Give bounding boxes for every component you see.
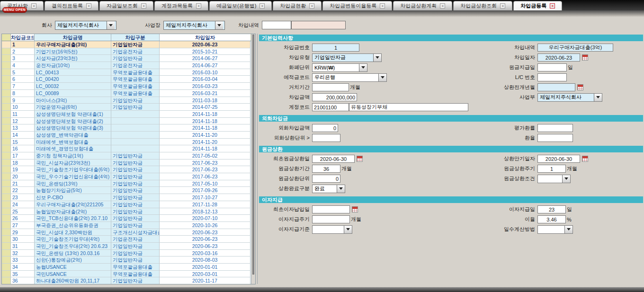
table-row[interactable]: 19국민_기술창조기업우대대출(6억)기업일반자금2017-06-23 (2, 166, 251, 173)
table-row[interactable]: 31국민_기술창조우대(2억) 20.6.23기업일반자금2020-06-23 (2, 243, 251, 250)
tab-item[interactable]: 예금일보(은행별)× (209, 1, 272, 10)
close-icon[interactable]: × (550, 3, 555, 9)
calendar-icon[interactable] (577, 84, 583, 90)
row-selector[interactable] (2, 194, 11, 201)
table-row[interactable]: 16미래에셋_경영인보험대출2014-11-18 (2, 145, 251, 152)
table-row[interactable]: 14삼성생명_변액약관대출2014-11-20 (2, 132, 251, 139)
loan-date-input[interactable] (537, 53, 580, 62)
interest-cycle-input[interactable] (312, 215, 350, 223)
table-row[interactable]: 33신한(-)통장예금(2억)기업일반자금2020-08-03 (2, 257, 251, 264)
loan-no-input[interactable] (312, 44, 359, 52)
tab-item[interactable]: 차입금상환조회× (453, 1, 512, 10)
row-selector[interactable] (2, 90, 11, 97)
row-selector[interactable] (2, 104, 11, 111)
table-row[interactable]: 1우리구매자금대출(3억)기업일반자금2020-06-23 (2, 41, 251, 48)
table-row[interactable]: 11삼성생명단체보험 약관대출(1)2014-11-18 (2, 111, 251, 118)
row-selector[interactable] (2, 83, 11, 90)
column-header-name[interactable]: 차입금명 (35, 34, 111, 41)
tab-item[interactable]: 차입금현황× (273, 1, 322, 10)
lc-no-input[interactable] (537, 73, 567, 81)
row-selector[interactable] (2, 187, 11, 194)
row-selector[interactable] (2, 229, 11, 236)
table-row[interactable]: 22농협장기차입금(5억)기업일반자금2017-09-26 (2, 187, 251, 194)
column-header-code[interactable]: 차입금코드 (11, 34, 35, 41)
row-selector[interactable] (2, 145, 11, 152)
close-icon[interactable]: × (309, 3, 314, 9)
table-row[interactable]: 21국민_온랜딩(13억)기업일반자금2017-05-10 (2, 180, 251, 187)
loan-amount-input[interactable] (312, 93, 357, 101)
loan-desc-name-input[interactable] (291, 21, 346, 29)
loan-desc-code-input[interactable] (262, 21, 291, 29)
close-icon[interactable]: × (86, 3, 91, 9)
chevron-down-icon[interactable] (359, 64, 367, 71)
row-selector[interactable] (2, 111, 11, 118)
close-icon[interactable]: × (500, 3, 505, 9)
table-row[interactable]: 8LC_00089무역포괄금융대출2016-03-21 (2, 90, 251, 97)
table-scrollbar[interactable] (251, 34, 255, 284)
table-row[interactable]: 29국민_시설대 2,330백만원구조개선시설자금대출2020-06-23 (2, 229, 251, 236)
table-row[interactable]: 15미래에셋_변액보험대출2014-11-20 (2, 139, 251, 146)
fx-repay-unit-input[interactable] (312, 134, 340, 142)
column-header-type[interactable]: 차입구분 (111, 34, 160, 41)
row-selector[interactable] (2, 152, 11, 159)
chevron-down-icon[interactable] (215, 21, 223, 29)
chevron-down-icon[interactable] (344, 226, 352, 233)
row-selector[interactable] (2, 69, 11, 76)
table-row[interactable]: 27부국증권_선순위유동화증권기업일반자금2020-10-26 (2, 222, 251, 229)
principal-pay-day-input[interactable] (537, 63, 567, 71)
row-selector[interactable] (2, 139, 11, 146)
row-selector[interactable] (2, 124, 11, 132)
menu-open-button[interactable]: MENU OPEN (2, 7, 27, 13)
chevron-down-icon[interactable] (378, 74, 386, 81)
exchange-rate-input[interactable] (537, 134, 573, 142)
chevron-down-icon[interactable] (564, 226, 572, 233)
row-selector[interactable] (2, 97, 11, 104)
table-row[interactable]: 6LC_00420무역포괄금융대출2016-03-04 (2, 76, 251, 83)
interest-day-input[interactable] (537, 205, 566, 213)
row-selector[interactable] (2, 277, 11, 284)
row-selector[interactable] (2, 118, 11, 125)
table-row[interactable]: 10기업운영자금(6억)기업일반자금2014-07-25 (2, 104, 251, 111)
loan-desc-input[interactable] (537, 44, 613, 52)
repay-period-input[interactable] (312, 165, 340, 173)
interest-basis-select[interactable] (312, 225, 352, 234)
calendar-icon[interactable] (582, 54, 588, 61)
table-row[interactable]: 32국민_온랜딩 (13억) 20.03.16기업일반자금2020-03-16 (2, 250, 251, 257)
table-row[interactable]: 25농협일반자금대출(2억)기업일반자금2018-12-13 (2, 208, 251, 215)
site-select[interactable]: 제일저지주식회사 (163, 21, 225, 30)
row-selector[interactable] (2, 48, 11, 55)
table-row[interactable]: 3시설자금(23억3천)기업일반자금2014-06-27 (2, 55, 251, 62)
table-row[interactable]: 36하나대출260백만원 20,11,17기업일반자금2020-11-17 (2, 277, 251, 284)
row-selector[interactable] (2, 271, 11, 278)
repay-start-ym-input[interactable] (537, 83, 575, 91)
deposit-code-select[interactable]: 우리은행 (312, 73, 387, 82)
maturity-date-input[interactable] (537, 155, 580, 163)
close-icon[interactable]: × (440, 3, 445, 9)
table-row[interactable]: 24우리구매자금대출(2억)221205기업일반자금2017-11-28 (2, 201, 251, 208)
repay-done-select[interactable]: 완료 (312, 185, 345, 193)
table-row[interactable]: 34농협USANCE무역포괄금융대출2020-01-01 (2, 264, 251, 271)
first-interest-date-input[interactable] (312, 205, 350, 213)
eval-rate-input[interactable] (537, 124, 573, 132)
tab-item[interactable]: 차입금상환계획× (393, 1, 452, 10)
row-selector[interactable] (2, 41, 11, 48)
row-selector[interactable] (2, 236, 11, 243)
division-select[interactable]: 제일저지주식회사 (537, 93, 602, 102)
row-selector[interactable] (2, 208, 11, 215)
table-row[interactable]: 20국민_우수기술기업신용대출(4억)기업일반자금2017-06-23 (2, 173, 251, 180)
table-row[interactable]: 35국민USANCE무역포괄금융대출2020-03-01 (2, 271, 251, 278)
row-selector[interactable] (2, 76, 11, 83)
chevron-down-icon[interactable] (337, 185, 345, 193)
table-row[interactable]: 9마이너스(3억)기업일반자금2011-03-18 (2, 97, 251, 104)
tab-item[interactable]: 계정과목등록× (154, 1, 208, 10)
interest-rate-input[interactable] (537, 215, 566, 223)
row-selector[interactable] (2, 180, 11, 187)
table-row[interactable]: 30국민_기술창조기업우대(4억)기업운전자금2020-06-23 (2, 236, 251, 243)
table-row[interactable]: 18국민_시설자금(23억3천)기업일반자금2017-06-23 (2, 159, 251, 167)
repay-unit-input[interactable] (312, 175, 340, 183)
row-selector[interactable] (2, 159, 11, 167)
tab-item[interactable]: 결의전표등록× (45, 1, 98, 10)
close-icon[interactable]: × (259, 3, 265, 9)
table-row[interactable]: 17중기청 정책자금(1억)기업일반자금2017-05-02 (2, 152, 251, 159)
row-selector[interactable] (2, 55, 11, 62)
